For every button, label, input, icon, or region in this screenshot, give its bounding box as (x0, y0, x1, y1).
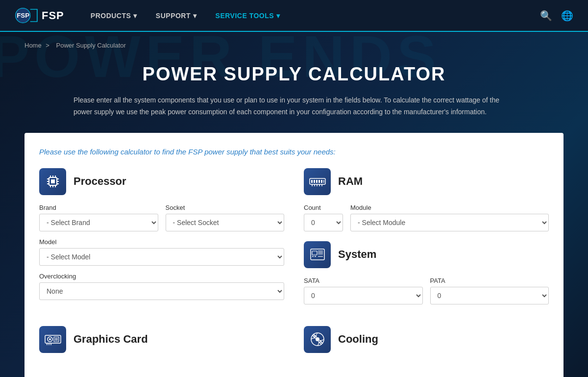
pata-label: PATA (430, 277, 549, 284)
system-icon (304, 241, 331, 268)
svg-rect-21 (321, 180, 322, 183)
sata-label: SATA (304, 277, 423, 284)
graphics-section: Graphics Card (39, 326, 284, 362)
overclocking-select[interactable]: None (39, 282, 284, 300)
overclocking-label: Overclocking (39, 273, 284, 280)
brand-select[interactable]: - Select Brand (39, 214, 158, 231)
ram-module-label: Module (350, 204, 549, 211)
system-header: System (304, 241, 549, 268)
graphics-icon (39, 326, 66, 353)
processor-brand-socket-row: Brand - Select Brand Socket - Select Soc… (39, 204, 284, 231)
ram-count-group: Count 0 1 2 4 8 (304, 204, 343, 231)
overclocking-group: Overclocking None (39, 273, 284, 300)
ram-count-label: Count (304, 204, 343, 211)
socket-label: Socket (166, 204, 285, 211)
system-title: System (338, 248, 376, 261)
cooling-icon (304, 326, 331, 353)
pata-select[interactable]: 0 1234 (430, 287, 549, 304)
svg-rect-28 (311, 249, 324, 260)
calculator-card: Please use the following calculator to f… (24, 133, 564, 377)
nav-right: 🔍 🌐 (540, 10, 573, 22)
processor-model-row: Model - Select Model (39, 238, 284, 266)
socket-select[interactable]: - Select Socket (166, 214, 285, 231)
svg-text:FSP: FSP (17, 12, 29, 20)
language-button[interactable]: 🌐 (561, 10, 573, 22)
chevron-down-icon: ▾ (133, 12, 137, 20)
chevron-down-icon: ▾ (276, 12, 280, 20)
main-nav: FSP FSP PRODUCTS ▾ SUPPORT ▾ SERVICE TOO… (0, 0, 588, 32)
processor-section: Processor Brand - Select Brand Socket - … (39, 168, 284, 311)
processor-overclocking-row: Overclocking None (39, 273, 284, 300)
model-select[interactable]: - Select Model (39, 248, 284, 266)
svg-rect-19 (316, 180, 318, 183)
search-icon: 🔍 (540, 10, 552, 21)
graphics-header: Graphics Card (39, 326, 284, 353)
processor-header: Processor (39, 168, 284, 195)
processor-icon (39, 168, 66, 195)
model-label: Model (39, 238, 284, 246)
nav-service-tools[interactable]: SERVICE TOOLS ▾ (209, 7, 287, 25)
svg-rect-22 (323, 180, 324, 183)
ram-count-select[interactable]: 0 1 2 4 8 (304, 214, 343, 231)
breadcrumb-home[interactable]: Home (24, 42, 42, 49)
ram-module-select[interactable]: - Select Module (350, 214, 549, 231)
svg-rect-18 (314, 180, 315, 183)
graphics-title: Graphics Card (74, 333, 148, 346)
search-button[interactable]: 🔍 (540, 10, 552, 22)
calc-intro: Please use the following calculator to f… (39, 148, 549, 156)
cooling-section: Cooling (304, 326, 549, 362)
chevron-down-icon: ▾ (193, 12, 197, 20)
processor-title: Processor (74, 175, 126, 188)
svg-point-38 (49, 338, 51, 340)
socket-group: Socket - Select Socket (166, 204, 285, 231)
sata-select[interactable]: 0 1234 (304, 287, 423, 304)
system-sata-pata-row: SATA 0 1234 PATA 0 1234 (304, 277, 549, 304)
ram-section: RAM Count 0 1 2 4 8 Module (304, 168, 549, 311)
logo-text: FSP (42, 9, 64, 22)
cooling-header: Cooling (304, 326, 549, 353)
nav-support[interactable]: SUPPORT ▾ (149, 7, 204, 25)
svg-rect-17 (311, 180, 313, 183)
globe-icon: 🌐 (561, 10, 573, 21)
hero-section: POWER ENDS Home > Power Supply Calculato… (0, 32, 588, 377)
svg-rect-3 (51, 179, 55, 183)
model-group: Model - Select Model (39, 238, 284, 266)
breadcrumb-separator: > (46, 42, 49, 49)
ram-module-group: Module - Select Module (350, 204, 549, 231)
hero-description: Please enter all the system components t… (74, 95, 514, 118)
brand-group: Brand - Select Brand (39, 204, 158, 231)
pata-group: PATA 0 1234 (430, 277, 549, 304)
svg-rect-29 (312, 251, 317, 255)
cooling-title: Cooling (338, 333, 378, 346)
page-title: POWER SUPPLY CALCULATOR (24, 64, 564, 85)
calc-grid: Processor Brand - Select Brand Socket - … (39, 168, 549, 362)
ram-header: RAM (304, 168, 549, 195)
ram-count-module-row: Count 0 1 2 4 8 Module - Select Module (304, 204, 549, 231)
svg-rect-20 (318, 180, 320, 183)
logo-link[interactable]: FSP FSP (15, 4, 64, 26)
ram-title: RAM (338, 175, 363, 188)
hero-content: POWER SUPPLY CALCULATOR Please enter all… (0, 54, 588, 133)
brand-label: Brand (39, 204, 158, 211)
svg-point-47 (316, 337, 319, 341)
sata-group: SATA 0 1234 (304, 277, 423, 304)
breadcrumb: Home > Power Supply Calculator (0, 32, 588, 54)
ram-icon (304, 168, 331, 195)
nav-products[interactable]: PRODUCTS ▾ (84, 7, 144, 25)
nav-links: PRODUCTS ▾ SUPPORT ▾ SERVICE TOOLS ▾ (84, 7, 540, 25)
breadcrumb-current: Power Supply Calculator (56, 42, 126, 49)
